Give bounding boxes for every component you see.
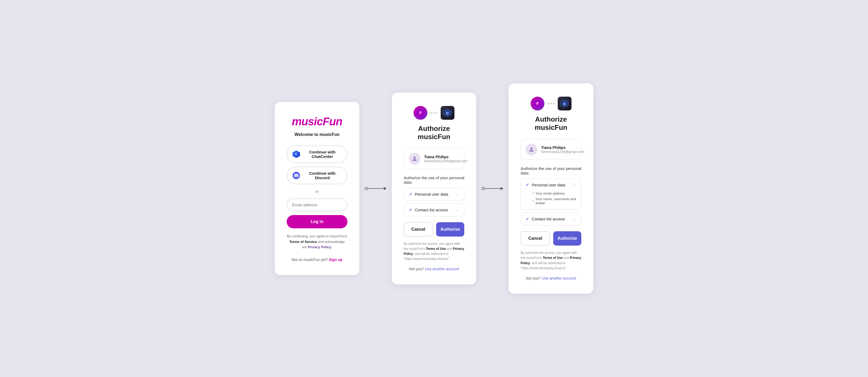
chatcenter-btn-label: Continue with ChatCenter <box>303 150 342 159</box>
login-card: musicFun Welcome to musicFun C Continue … <box>275 102 360 275</box>
authorize-button-2[interactable]: Authorize <box>553 231 581 246</box>
brand-logo: musicFun <box>287 115 347 128</box>
terms-of-service-link[interactable]: Terms of Service <box>289 240 317 244</box>
privacy-policy-link[interactable]: Privacy Policy <box>308 245 331 249</box>
app-logo-icon-1: C <box>441 106 455 120</box>
user-info-box-1: Tiana Philips Silverhand1234@gmail.com <box>404 149 465 169</box>
arrow-head-1 <box>384 187 386 190</box>
flow-arrow-1 <box>365 187 386 190</box>
footer-terms-link-2[interactable]: Terms of Use <box>543 256 563 260</box>
auth-title-2: Authorize musicFun <box>521 115 581 132</box>
check-icon-1a: ✓ <box>409 192 412 197</box>
permission-name-1a: Personal user data <box>415 192 448 196</box>
not-you-text-2: Not you? Use another account <box>521 276 581 280</box>
detail-email: Your email address <box>532 191 576 196</box>
user-name-2: Tiana Philips <box>541 145 584 150</box>
svg-text:F: F <box>420 111 422 115</box>
action-buttons-2: Cancel Authorize <box>521 231 581 246</box>
auth-title-1: Authorize musicFun <box>404 125 465 141</box>
permission-item-1b: ✓ Contact list access ⌄ <box>404 203 465 216</box>
chevron-down-icon-2b[interactable]: ⌄ <box>573 217 576 221</box>
svg-text:C: C <box>446 111 449 115</box>
permission-details-2a: Your email address Your name, username a… <box>526 191 576 206</box>
authorize-card-2: F C Author <box>508 83 593 294</box>
discord-login-button[interactable]: Continue with Discord <box>287 167 347 184</box>
permission-item-2b: ✓ Contact list access ⌄ <box>521 212 581 225</box>
svg-text:C: C <box>563 102 566 106</box>
cancel-button-1[interactable]: Cancel <box>404 222 433 237</box>
permission-name-2b: Contact list access <box>532 217 565 221</box>
login-button[interactable]: Log in <box>287 215 347 228</box>
user-email-1: Silverhand1234@gmail.com <box>424 159 467 163</box>
app-logo-icon-2: C <box>558 97 571 111</box>
chatcenter-login-button[interactable]: C Continue with ChatCenter <box>287 146 347 163</box>
musicfun-logo-icon-2: F <box>531 97 545 111</box>
svg-point-5 <box>413 157 416 159</box>
or-divider: or <box>287 189 347 193</box>
footer-text-2: By authorize the access, you agree with … <box>521 250 581 271</box>
user-details-1: Tiana Philips Silverhand1234@gmail.com <box>424 155 467 163</box>
email-input[interactable] <box>287 198 347 211</box>
musicfun-logo-icon-1: F <box>413 106 427 120</box>
brand-name: musicFun <box>287 115 347 128</box>
user-email-2: Silverhand1234@gmail.com <box>541 150 584 154</box>
welcome-text: Welcome to musicFun <box>287 132 347 137</box>
svg-text:F: F <box>536 101 538 106</box>
authorize-button-1[interactable]: Authorize <box>436 222 464 237</box>
action-buttons-1: Cancel Authorize <box>404 222 465 237</box>
arrow-connector-2 <box>476 187 508 190</box>
cancel-button-2[interactable]: Cancel <box>521 231 550 246</box>
discord-btn-label: Continue with Discord <box>303 171 342 180</box>
user-name-1: Tiana Philips <box>424 155 467 159</box>
logo-dots-2 <box>548 103 555 104</box>
check-icon-2b: ✓ <box>526 216 529 221</box>
arrow-connector-1 <box>360 187 392 190</box>
auth-logo-row-2: F C <box>521 97 581 111</box>
arrow-circle-1 <box>365 187 368 190</box>
flow-arrow-2 <box>482 187 503 190</box>
signup-link[interactable]: Sign up <box>329 257 342 262</box>
svg-point-11 <box>530 147 532 150</box>
chevron-down-icon-1b[interactable]: ⌄ <box>456 208 459 212</box>
arrow-head-2 <box>501 187 503 190</box>
user-avatar-1 <box>409 153 421 165</box>
permission-item-1a: ✓ Personal user data ⌄ <box>404 188 465 201</box>
use-another-account-link-1[interactable]: Use another account <box>425 267 459 271</box>
arrow-dash-1 <box>368 188 384 189</box>
user-details-2: Tiana Philips Silverhand1234@gmail.com <box>541 145 584 154</box>
flow-container: musicFun Welcome to musicFun C Continue … <box>275 83 593 294</box>
data-label-1: Authorize the use of your personal data: <box>404 176 465 185</box>
arrow-dash-2 <box>485 188 501 189</box>
auth-logo-row-1: F C <box>404 106 465 120</box>
permission-item-2a: ✓ Personal user data ⌃ Your email addres… <box>521 179 581 210</box>
check-icon-1b: ✓ <box>409 207 412 212</box>
authorize-card-1: F C Author <box>392 93 476 285</box>
chatcenter-icon: C <box>292 151 300 158</box>
logo-dots-1 <box>431 112 437 114</box>
discord-icon <box>292 172 300 179</box>
user-avatar-2 <box>526 144 537 155</box>
permission-name-2a: Personal user data <box>532 183 565 187</box>
chevron-up-icon-2a[interactable]: ⌃ <box>573 183 576 187</box>
arrow-circle-2 <box>482 187 485 190</box>
permission-name-1b: Contact list access <box>415 208 448 212</box>
use-another-account-link-2[interactable]: Use another account <box>542 276 576 280</box>
terms-text: By continuing, you agree to musicFun's T… <box>287 233 347 250</box>
check-icon-2a: ✓ <box>526 182 529 187</box>
user-info-box-2: Tiana Philips Silverhand1234@gmail.com <box>521 139 581 160</box>
footer-text-1: By authorize the access, you agree with … <box>404 241 465 262</box>
footer-terms-link-1[interactable]: Terms of Use <box>426 247 446 251</box>
not-you-text-1: Not you? Use another account <box>404 267 465 271</box>
detail-name: Your name, username and avatar <box>532 196 576 206</box>
signup-text: Not on musicFun yet? Sign up <box>287 257 347 262</box>
data-label-2: Authorize the use of your personal data: <box>521 166 581 175</box>
chevron-down-icon-1a[interactable]: ⌄ <box>456 192 459 196</box>
